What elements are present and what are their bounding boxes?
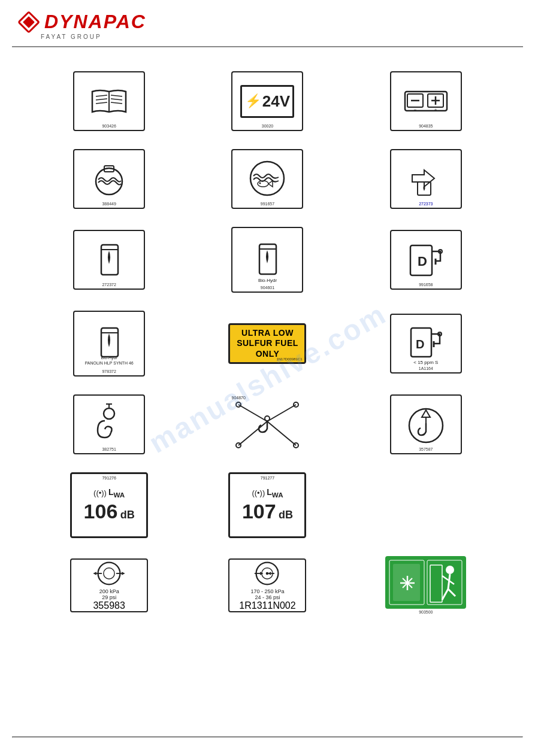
book-part-num: 903426	[102, 124, 116, 128]
svg-line-45	[238, 405, 267, 421]
sulfur-text: ULTRA LOWSULFUR FUEL ONLY	[230, 328, 304, 360]
emergency-exit-cell: 903500	[353, 556, 499, 614]
svg-line-77	[442, 576, 448, 580]
battery-terminal-box: − + 904835	[390, 71, 462, 131]
svg-line-76	[448, 589, 455, 596]
manual-book-cell: 903426	[36, 71, 182, 131]
sound-107db-box: 791277 ((•)) LWA 107 dB	[228, 472, 306, 538]
db-106-number: 106	[84, 500, 118, 523]
oil-filter-left-icon	[93, 239, 126, 281]
icon-grid: 903426 ⚡24V 30020	[36, 71, 499, 614]
crane-frame-part-num: 904870	[231, 396, 245, 400]
sound-107db-cell: 791277 ((•)) LWA 107 dB	[194, 472, 340, 538]
sulfur-part-num: 1N17D00381C1	[276, 357, 302, 361]
svg-line-46	[267, 405, 296, 421]
svg-line-75	[442, 589, 448, 600]
svg-point-65	[266, 572, 269, 575]
oil-filter-left-part-num: 272372	[102, 283, 116, 287]
sound-lwa-106-label: LWA	[108, 487, 125, 499]
main-content: 903426 ⚡24V 30020	[0, 47, 535, 632]
liquid-bulb-box: 388449	[73, 149, 145, 209]
crane-hook-box-icon	[88, 403, 130, 446]
liquid-bulb-cell: 388449	[36, 149, 182, 209]
svg-line-6	[111, 95, 122, 96]
svg-point-54	[104, 567, 114, 578]
svg-line-5	[96, 102, 107, 104]
bio-hydr-panolin-cell: Bio-HydrPANOLIN HLP SYNTH 46 978372	[36, 311, 182, 377]
tire-200-icon	[88, 560, 130, 587]
oil-filter-right-icon	[409, 158, 442, 200]
fuel-pump-15ppm-cell: D < 15 ppm S 1A1164	[353, 311, 499, 377]
fuel-pump-d-part-num: 991658	[419, 283, 433, 287]
logo-flex: DYNAPAC	[18, 11, 146, 33]
liquid-wave-fish-cell: 991657	[194, 149, 340, 209]
sound-106-value: 106 dB	[84, 500, 135, 523]
crane-hook-box-box: 382751	[73, 394, 145, 454]
oil-filter-right-cell: 272373	[353, 149, 499, 209]
sound-waves-107-icon: ((•))	[252, 488, 265, 497]
svg-marker-51	[422, 410, 430, 417]
svg-text:−: −	[413, 107, 416, 113]
liquid-bulb-icon	[90, 160, 129, 199]
fuel-pump-d-cell: D 991658	[353, 227, 499, 293]
svg-marker-56	[93, 572, 96, 575]
24v-label: ⚡24V	[245, 92, 290, 111]
crane-frame-cell: 904870	[194, 394, 340, 454]
liquid-wave-fish-icon	[245, 158, 290, 200]
sound-106-header: ((•)) LWA	[93, 487, 125, 499]
bio-hydr-cell: Bio-Hydr 904601	[194, 227, 340, 293]
oil-filter-left-box: 272372	[73, 230, 145, 290]
db-106-unit: dB	[120, 509, 135, 521]
crane-hook-circle-part-num: 357587	[419, 447, 433, 451]
db-107-unit: dB	[279, 509, 293, 521]
tire-170-250-icon	[246, 560, 288, 587]
crane-hook-circle-icon	[405, 403, 447, 446]
crane-frame-icon	[231, 397, 303, 451]
bio-hydr-box: Bio-Hydr 904601	[231, 227, 303, 293]
tire-200-cell: 200 kPa29 psi 355983	[36, 556, 182, 614]
empty-cell	[353, 472, 499, 538]
sound-lwa-107-label: LWA	[267, 487, 283, 499]
fuel-pump-d-box: D 991658	[390, 230, 462, 290]
24v-box: ⚡24V 30020	[231, 71, 303, 131]
logo-area: DYNAPAC FAYAT GROUP	[18, 11, 146, 40]
battery-part-num: 904835	[419, 124, 433, 128]
tire-200-part-num: 355983	[93, 600, 125, 611]
svg-rect-72	[427, 560, 462, 605]
battery-terminal-icon: − +	[403, 86, 449, 117]
bio-hydr-icon	[251, 239, 284, 280]
crane-hook-circle-cell: 357587	[353, 394, 499, 454]
tire-170-250-cell: 170 - 250 kPa24 - 36 psi 1R1311N002	[194, 556, 340, 614]
oil-filter-left-cell: 272372	[36, 227, 182, 293]
24v-part-num: 30020	[262, 124, 273, 128]
sound-107-part-num: 791277	[261, 476, 274, 480]
tire-170-250-part-num: 1R1311N002	[239, 600, 295, 611]
svg-line-4	[96, 99, 107, 100]
bio-hydr-panolin-box: Bio-HydrPANOLIN HLP SYNTH 46 978372	[73, 311, 145, 377]
sound-107-value: 107 dB	[242, 500, 293, 523]
tire-170-250-box: 170 - 250 kPa24 - 36 psi 1R1311N002	[228, 558, 306, 612]
svg-point-38	[104, 408, 114, 419]
wave-fish-part-num: 991657	[261, 202, 274, 206]
svg-text:D: D	[416, 338, 424, 351]
tire-200-box: 200 kPa29 psi 355983	[70, 558, 148, 612]
oil-filter-right-box: 272373	[390, 149, 462, 209]
fuel-15ppm-label: < 15 ppm S	[413, 360, 438, 365]
fuel-15ppm-part-num: 1A1164	[419, 366, 433, 371]
bio-hydr-part-num: 904601	[261, 286, 274, 290]
crane-hook-circle-box: 357587	[390, 394, 462, 454]
svg-rect-1	[23, 16, 35, 28]
svg-point-21	[259, 183, 261, 184]
emergency-exit-wrapper: 903500	[385, 556, 466, 614]
header: DYNAPAC FAYAT GROUP	[0, 0, 535, 46]
bio-hydr-panolin-part-num: 978372	[102, 369, 116, 374]
sound-106db-box: 791276 ((•)) LWA 106 dB	[70, 472, 148, 538]
fuel-pump-15ppm-box: D < 15 ppm S 1A1164	[390, 314, 462, 374]
dynapac-diamond-icon	[18, 11, 40, 33]
svg-point-73	[446, 566, 454, 574]
svg-marker-58	[122, 572, 125, 575]
lightning-icon: ⚡	[245, 93, 261, 109]
book-icon	[87, 86, 131, 117]
sound-107-header: ((•)) LWA	[252, 487, 283, 499]
svg-point-49	[265, 416, 270, 421]
